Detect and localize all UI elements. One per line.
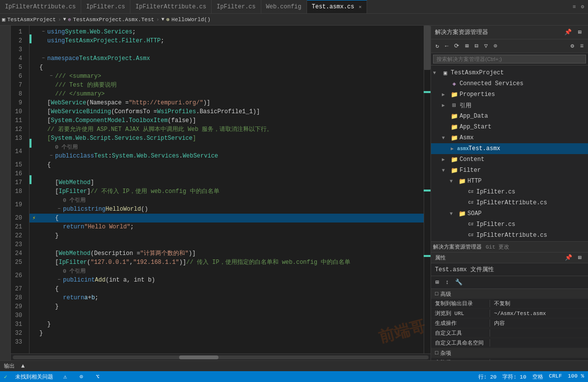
tree-http[interactable]: ▼ 📁 HTTP: [431, 176, 588, 187]
code-line-23: [30, 240, 424, 249]
code-line-4: − namespace TestAsmxProject.Asmx: [30, 54, 424, 63]
tree-connected-services[interactable]: ◈ Connected Services: [431, 78, 588, 89]
code-line-20: ⚡ {: [30, 214, 424, 223]
props-row-copy: 复制到输出目录 不复制: [431, 299, 588, 309]
tree-properties[interactable]: ▶ 📁 Properties: [431, 89, 588, 100]
tab-ipfilterattribute-2[interactable]: IpFilterAttribute.cs: [130, 0, 212, 13]
tree-soap[interactable]: ▼ 📁 SOAP: [431, 208, 588, 219]
sync-icon[interactable]: ↻: [433, 41, 441, 51]
tree-testasmx[interactable]: ▶ asmx Test.asmx: [431, 143, 588, 154]
code-area[interactable]: − using System.Web.Services; using TestA…: [30, 26, 424, 353]
no-expand: [442, 114, 449, 119]
expand-all-icon[interactable]: ⊞: [463, 41, 471, 51]
status-info-icon[interactable]: ⊙: [77, 372, 86, 382]
prop-value[interactable]: ~/Asmx/Test.asmx: [490, 311, 588, 317]
tab-label: Web.config: [266, 3, 302, 10]
code-line-18-ref: 0 个引用: [30, 196, 424, 205]
code-line-26: − public int Add(int a, int b): [30, 276, 424, 285]
props-wrench-icon[interactable]: 🔧: [453, 277, 465, 287]
filter-icon[interactable]: ▽: [482, 41, 490, 51]
tree-ipfilterattr-soap[interactable]: C# IpFilterAttribute.cs: [431, 230, 588, 241]
folder-icon: 📁: [450, 91, 458, 98]
props-group-advanced[interactable]: □ 高级: [431, 289, 588, 299]
tab-settings-icon[interactable]: ⚙: [579, 2, 586, 11]
method-icon: ⊛: [166, 16, 170, 23]
props-group-misc[interactable]: □ 杂项: [431, 348, 588, 358]
tab-testasmx[interactable]: Test.asmx.cs ✕: [307, 0, 367, 13]
tree-asmx[interactable]: ▼ 📁 Asmx: [431, 132, 588, 143]
tab-ipfilterattribute-1[interactable]: IpFilterAttribute.cs: [0, 0, 81, 13]
view-properties-icon[interactable]: ⚙: [568, 41, 577, 51]
tree-root[interactable]: ▼ ▣ TestAsmxProject: [431, 67, 588, 78]
tree-ipfilter-soap[interactable]: C# IpFilter.cs: [431, 219, 588, 230]
tree-filter[interactable]: ▼ 📁 Filter: [431, 165, 588, 176]
pin-icon[interactable]: 📌: [562, 27, 574, 37]
code-line-11: [System.ComponentModel.ToolboxItem(false…: [30, 116, 424, 125]
ref-icon: ⊞: [450, 101, 458, 109]
status-icon: ✓: [4, 374, 7, 380]
fold-icon[interactable]: −: [39, 28, 47, 36]
tree-item-label: Asmx: [460, 134, 474, 141]
tab-webconfig[interactable]: Web.config: [261, 0, 307, 13]
back-icon[interactable]: ←: [442, 41, 451, 51]
prop-value[interactable]: 内容: [490, 319, 588, 327]
properties-panel: 属性 📌 ⊞ Test.asmx 文件属性 ⊞ ↕ 🔧 □ 高级: [431, 252, 588, 360]
code-line-30: [30, 311, 424, 320]
tab-close-icon[interactable]: ✕: [359, 4, 362, 10]
code-line-8: /// </summary>: [30, 90, 424, 98]
breadcrumb-project[interactable]: TestAsmxProject: [7, 17, 56, 23]
tree-item-label: IpFilterAttribute.cs: [476, 199, 547, 206]
tree-appstart[interactable]: 📁 App_Start: [431, 122, 588, 132]
scroll-thumb[interactable]: [179, 355, 218, 359]
right-panel: 解决方案资源管理器 📌 ⊞ ↻ ← ⟳ ⊞ ⊟ ▽ ⊙ ⚙ ≡: [431, 26, 588, 360]
fold-icon[interactable]: −: [39, 55, 47, 63]
props-expand-icon[interactable]: ⊞: [576, 253, 584, 263]
tree-ipfilterattr-http[interactable]: C# IpFilterAttribute.cs: [431, 197, 588, 208]
props-row-action: 生成操作 内容: [431, 318, 588, 328]
search-container: [431, 53, 588, 65]
props-actions: 📌 ⊞: [562, 253, 584, 263]
output-expand-icon[interactable]: ▲: [19, 361, 27, 371]
sidebar-toolbox[interactable]: 工具箱: [0, 28, 10, 31]
props-grid-icon[interactable]: ⊞: [433, 277, 441, 287]
search-input[interactable]: [433, 55, 586, 64]
show-all-icon[interactable]: ⊙: [491, 41, 499, 51]
solution-toolbar: ↻ ← ⟳ ⊞ ⊟ ▽ ⊙ ⚙ ≡: [431, 39, 588, 53]
status-branch-icon[interactable]: ⌥: [93, 372, 102, 382]
git-changes-tab[interactable]: Git 更改: [486, 243, 509, 251]
props-sort-icon[interactable]: ↕: [443, 278, 451, 287]
tree-content[interactable]: ▶ 📁 Content: [431, 154, 588, 165]
horizontal-scrollbar[interactable]: [11, 353, 431, 360]
tree-ref[interactable]: ▶ ⊞ 引用: [431, 100, 588, 111]
prop-value[interactable]: 不复制: [490, 300, 588, 307]
refresh-icon[interactable]: ⟳: [452, 41, 462, 51]
fold-icon[interactable]: −: [55, 205, 63, 213]
editor-content: 1 2 3 4 5 6 7 8 9 10 11 12 13 14 15 16 1: [11, 26, 431, 353]
expand-arrow-icon: ▼: [442, 168, 449, 173]
status-bar: ✓ 未找到相关问题 ⚠ ⊙ ⌥ 行: 20 字符: 10 空格 CRLF 100…: [0, 371, 588, 382]
fold-icon[interactable]: −: [55, 276, 63, 284]
fold-icon[interactable]: −: [47, 72, 55, 80]
code-line-17: [WebMethod]: [30, 178, 424, 187]
asmx-icon: asmx: [459, 145, 467, 153]
folder-icon: 📁: [450, 134, 458, 142]
solution-explorer-tab[interactable]: 解决方案资源管理器: [433, 243, 482, 251]
tree-item-label: Properties: [460, 91, 495, 98]
breadcrumb-arrow2: ▼: [161, 17, 164, 22]
breadcrumb-namespace[interactable]: TestAsmxProject.Asmx.Test: [73, 17, 154, 23]
tab-ipfilter-1[interactable]: IpFilter.cs: [81, 0, 130, 13]
tree-ipfilter-http[interactable]: C# IpFilter.cs: [431, 187, 588, 197]
fold-icon[interactable]: −: [47, 152, 55, 160]
tree-appdata[interactable]: 📁 App_Data: [431, 111, 588, 122]
code-line-2: using TestAsmxProject.Filter.HTTP;: [30, 36, 424, 45]
tab-ipfilter-2[interactable]: IpFilter.cs: [212, 0, 261, 13]
breadcrumb-method[interactable]: HelloWorld(): [172, 17, 211, 23]
code-line-21: return "Hello World";: [30, 223, 424, 231]
collapse-all-icon[interactable]: ⊟: [472, 41, 481, 51]
code-line-9: [WebService(Namespace = "http://tempuri.…: [30, 98, 424, 107]
props-pin-icon[interactable]: 📌: [562, 253, 575, 263]
expand-icon[interactable]: ⊞: [576, 27, 584, 37]
tab-overflow-icon[interactable]: ≡: [571, 3, 578, 11]
status-warning-icon[interactable]: ⚠: [61, 372, 69, 382]
more-icon[interactable]: ≡: [578, 41, 586, 51]
